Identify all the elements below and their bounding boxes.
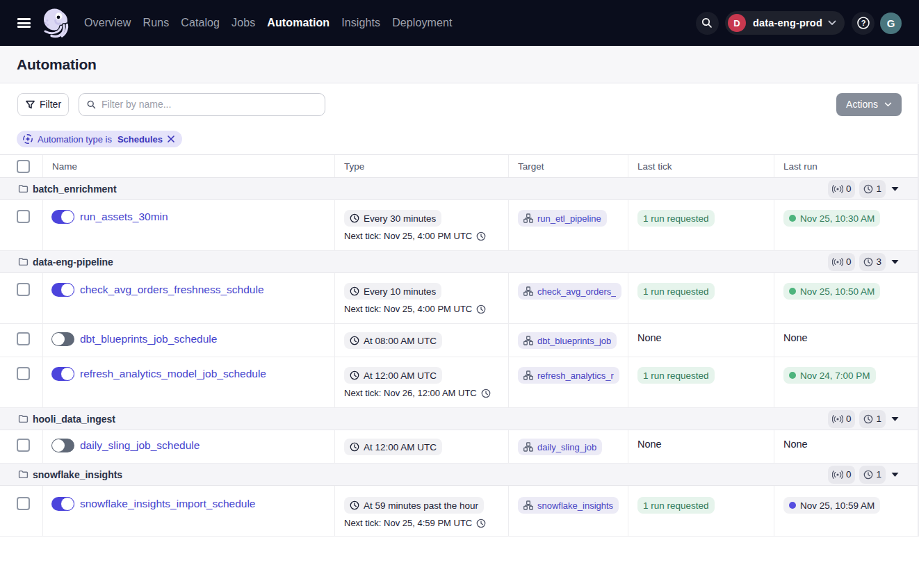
svg-text:?: ? (861, 19, 865, 27)
